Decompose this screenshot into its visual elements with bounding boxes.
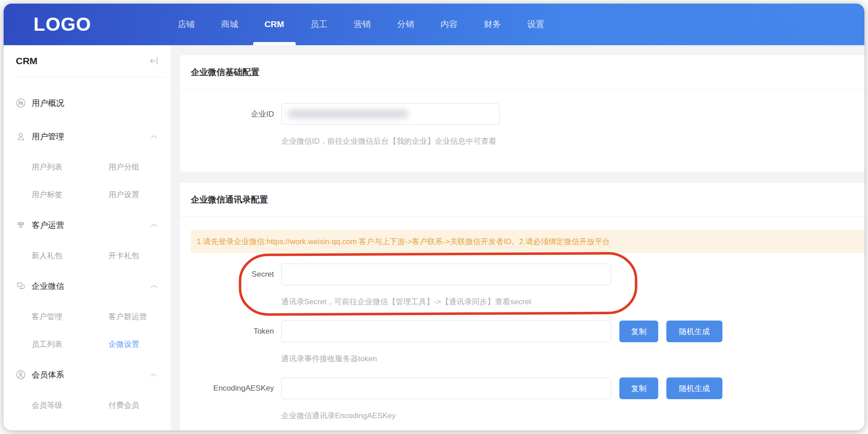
chat-bubbles-icon [16, 281, 26, 291]
logo[interactable]: LOGO [33, 14, 146, 35]
corp-id-help: 企业微信ID，前往企业微信后台【我的企业】企业信息中可查看 [281, 137, 864, 146]
sidebar-item-user-management[interactable]: 用户管理 [4, 120, 171, 153]
sidebar-item-member-level[interactable]: 会员等级 [32, 400, 108, 410]
token-help: 通讯录事件接收服务器token [281, 354, 864, 364]
contacts-config-card: 企业微信通讯录配置 1.请先登录企业微信:https://work.weixin… [180, 183, 864, 430]
token-input[interactable] [281, 321, 611, 342]
sidebar-item-label: 用户管理 [32, 131, 64, 142]
sidebar-subrow: 新人礼包 开卡礼包 [4, 242, 171, 269]
app-window: LOGO 店铺 商城 CRM 员工 营销 分销 内容 财务 设置 CRM [4, 4, 864, 430]
nav-item-label: 店铺 [178, 19, 195, 30]
sidebar-item-customer-operation[interactable]: 客户运营 [4, 208, 171, 242]
section-title-contacts: 企业微信通讯录配置 [180, 183, 864, 217]
collapse-sidebar-icon[interactable] [148, 56, 159, 66]
nav-item-crm[interactable]: CRM [251, 4, 297, 45]
nav-item-label: 财务 [484, 19, 501, 30]
secret-help: 通讯录Secret，可前往企业微信【管理工具】->【通讯录同步】查看secret [281, 297, 864, 307]
sidebar-subrow: 会员等级 付费会员 [4, 392, 171, 419]
sidebar-item-staff-list[interactable]: 员工列表 [32, 339, 108, 349]
sidebar-item-wecom-settings-active[interactable]: 企微设置 [108, 339, 171, 349]
sidebar-item-paid-member[interactable]: 付费会员 [108, 400, 171, 410]
sidebar-item-label: 用户概况 [32, 98, 64, 108]
token-row: Token 复制 随机生成 [180, 321, 864, 342]
aes-key-row: EncodingAESKey 复制 随机生成 [180, 377, 864, 399]
nav-items: 店铺 商城 CRM 员工 营销 分销 内容 财务 设置 [165, 4, 557, 45]
token-copy-button[interactable]: 复制 [619, 321, 658, 342]
sidebar-item-wecom[interactable]: 企业微信 [4, 269, 171, 303]
nav-item-label: 分销 [397, 19, 414, 30]
sidebar-item-user-tag[interactable]: 用户标签 [32, 189, 108, 200]
user-icon [16, 132, 26, 142]
sidebar-item-label: 客户运营 [32, 220, 64, 231]
top-nav: LOGO 店铺 商城 CRM 员工 营销 分销 内容 财务 设置 [4, 4, 864, 45]
nav-item-distribution[interactable]: 分销 [384, 4, 427, 45]
nav-item-finance[interactable]: 财务 [471, 4, 514, 45]
aes-key-input[interactable] [281, 377, 611, 399]
chevron-up-icon [151, 135, 157, 139]
sidebar-item-user-list[interactable]: 用户列表 [32, 162, 108, 172]
sidebar-subrow: 客户管理 客户群运营 [4, 303, 171, 330]
token-random-generate-button[interactable]: 随机生成 [666, 321, 722, 342]
active-tab-indicator [253, 42, 296, 45]
chevron-up-icon [151, 373, 157, 377]
sidebar-item-newcomer-pack[interactable]: 新人礼包 [32, 250, 108, 261]
corp-id-input[interactable] [281, 103, 500, 125]
corp-id-row: 企业ID [180, 103, 864, 125]
sidebar-item-label: 会员体系 [32, 369, 64, 380]
aes-key-label: EncodingAESKey [180, 384, 281, 393]
sidebar-item-user-settings[interactable]: 用户设置 [108, 189, 171, 200]
sidebar-item-customer-management[interactable]: 客户管理 [32, 311, 108, 322]
secret-row: Secret [180, 264, 864, 285]
nav-item-label: 员工 [310, 19, 327, 30]
nav-item-mall[interactable]: 商城 [208, 4, 251, 45]
sidebar-item-user-group[interactable]: 用户分组 [108, 162, 171, 172]
nav-item-marketing[interactable]: 营销 [340, 4, 384, 45]
nav-item-label: 设置 [527, 19, 544, 30]
chevron-up-icon [151, 284, 157, 288]
sidebar-subrow: 用户列表 用户分组 [4, 153, 171, 181]
basic-config-card: 企业微信基础配置 企业ID 企业微信ID，前往企业微信后台【我的企业】企业信息中… [180, 55, 864, 172]
token-label: Token [180, 327, 281, 336]
secret-label: Secret [180, 270, 281, 279]
sidebar: CRM 用户概况 用户管理 [4, 45, 171, 430]
nav-item-shop[interactable]: 店铺 [165, 4, 208, 45]
warning-banner: 1.请先登录企业微信:https://work.weixin.qq.com 客户… [191, 230, 864, 253]
corp-id-input-wrap [281, 103, 500, 125]
nav-item-label: 营销 [354, 19, 371, 30]
sidebar-subrow: 用户标签 用户设置 [4, 181, 171, 208]
nav-item-content[interactable]: 内容 [427, 4, 471, 45]
sidebar-item-customer-group-operation[interactable]: 客户群运营 [108, 311, 171, 322]
corp-id-label: 企业ID [180, 109, 281, 119]
main-content: 企业微信基础配置 企业ID 企业微信ID，前往企业微信后台【我的企业】企业信息中… [171, 45, 864, 430]
aes-key-help: 企业微信通讯录EncodingAESKey [281, 411, 864, 421]
section-title-basic: 企业微信基础配置 [180, 55, 864, 90]
nav-item-label: CRM [264, 19, 284, 29]
gift-icon [16, 220, 26, 230]
sidebar-item-label: 企业微信 [32, 281, 64, 292]
nav-item-label: 商城 [221, 19, 238, 30]
secret-input[interactable] [281, 264, 611, 285]
sidebar-subrow: 员工列表 企微设置 [4, 330, 171, 358]
chevron-up-icon [151, 223, 157, 227]
users-circle-icon [16, 98, 26, 108]
nav-item-settings[interactable]: 设置 [514, 4, 557, 45]
nav-item-label: 内容 [440, 19, 458, 30]
sidebar-title: CRM [16, 56, 38, 66]
sidebar-item-user-overview[interactable]: 用户概况 [4, 86, 171, 120]
sidebar-menu: 用户概况 用户管理 用户列表 用户分组 用户标签 [4, 77, 171, 419]
aes-key-random-generate-button[interactable]: 随机生成 [666, 377, 722, 399]
nav-item-staff[interactable]: 员工 [297, 4, 340, 45]
sidebar-header: CRM [4, 45, 171, 77]
aes-key-copy-button[interactable]: 复制 [619, 377, 658, 399]
member-icon [16, 370, 26, 380]
sidebar-item-membership[interactable]: 会员体系 [4, 358, 171, 392]
sidebar-item-card-pack[interactable]: 开卡礼包 [108, 250, 171, 261]
